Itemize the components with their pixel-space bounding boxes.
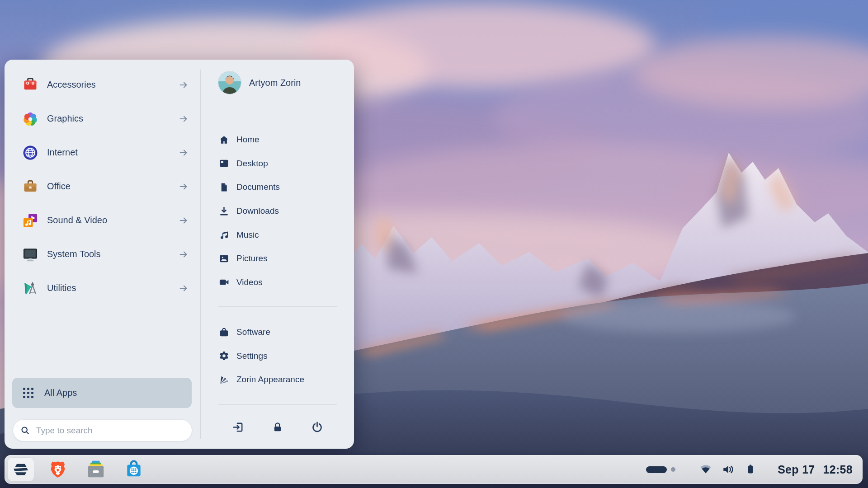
arrow-right-icon bbox=[179, 80, 189, 90]
arrow-right-icon bbox=[179, 249, 189, 259]
menu-item-utilities[interactable]: Utilities bbox=[5, 271, 200, 305]
menu-item-label: System Tools bbox=[47, 249, 179, 259]
place-item-downloads[interactable]: Downloads bbox=[218, 199, 345, 223]
avatar bbox=[218, 71, 241, 94]
appearance-rays-icon bbox=[218, 374, 229, 385]
menu-item-office[interactable]: Office bbox=[5, 169, 200, 203]
brave-lion-icon bbox=[48, 460, 68, 479]
search-input[interactable] bbox=[35, 425, 184, 436]
file-cabinet-icon bbox=[85, 459, 106, 480]
app-menu-panel: Accessories Graphics bbox=[5, 60, 354, 449]
monitor-icon bbox=[22, 246, 39, 263]
clock[interactable]: Sep 17 12:58 bbox=[778, 463, 853, 476]
category-list: Accessories Graphics bbox=[5, 68, 200, 305]
all-apps-label: All Apps bbox=[44, 388, 77, 398]
shortcut-label: Software bbox=[236, 327, 270, 337]
power-button[interactable] bbox=[307, 417, 327, 437]
place-item-desktop[interactable]: Desktop bbox=[218, 152, 345, 176]
menu-item-accessories[interactable]: Accessories bbox=[5, 68, 200, 102]
menu-item-label: Graphics bbox=[47, 113, 179, 124]
media-note-icon bbox=[22, 212, 39, 229]
menu-item-label: Accessories bbox=[47, 80, 179, 90]
compass-icon bbox=[22, 280, 39, 297]
home-icon bbox=[218, 134, 229, 145]
software-bag-icon bbox=[218, 327, 229, 338]
place-item-pictures[interactable]: Pictures bbox=[218, 247, 345, 271]
place-label: Documents bbox=[236, 182, 280, 192]
shortcut-settings[interactable]: Settings bbox=[218, 344, 345, 368]
place-item-videos[interactable]: Videos bbox=[218, 271, 345, 295]
pinwheel-icon bbox=[22, 110, 39, 127]
volume-icon[interactable] bbox=[722, 463, 735, 476]
system-tray: Sep 17 12:58 bbox=[646, 455, 853, 484]
zorin-logo-icon bbox=[13, 462, 28, 477]
lock-button[interactable] bbox=[267, 417, 288, 437]
user-name: Artyom Zorin bbox=[249, 78, 301, 88]
taskbar-brave-button[interactable] bbox=[44, 457, 71, 482]
document-icon bbox=[218, 182, 229, 192]
desktop: Accessories Graphics bbox=[0, 0, 868, 488]
place-label: Videos bbox=[236, 277, 263, 287]
place-label: Desktop bbox=[236, 159, 268, 169]
all-apps-button[interactable]: All Apps bbox=[12, 378, 192, 408]
shortcut-list: Software Settings Zorin Appearance bbox=[218, 320, 345, 392]
taskbar-files-button[interactable] bbox=[82, 457, 109, 482]
video-camera-icon bbox=[218, 277, 229, 288]
places-list: Home Desktop Documents Downloads bbox=[218, 128, 345, 294]
place-label: Pictures bbox=[236, 253, 268, 263]
place-item-music[interactable]: Music bbox=[218, 223, 345, 247]
place-label: Music bbox=[236, 230, 259, 240]
search-icon bbox=[20, 426, 30, 435]
clock-time: 12:58 bbox=[823, 463, 853, 476]
place-item-documents[interactable]: Documents bbox=[218, 175, 345, 199]
music-note-icon bbox=[218, 230, 229, 240]
place-item-home[interactable]: Home bbox=[218, 128, 345, 152]
globe-icon bbox=[22, 144, 39, 161]
wifi-icon[interactable] bbox=[699, 463, 712, 476]
taskbar: Sep 17 12:58 bbox=[5, 455, 863, 484]
menu-divider bbox=[218, 306, 337, 307]
arrow-right-icon bbox=[179, 114, 189, 124]
clock-date: Sep 17 bbox=[778, 463, 815, 476]
menu-item-label: Sound & Video bbox=[47, 215, 179, 225]
lock-icon bbox=[272, 421, 283, 433]
taskbar-software-store-button[interactable] bbox=[120, 457, 147, 482]
shortcut-software[interactable]: Software bbox=[218, 320, 345, 344]
picture-icon bbox=[218, 253, 229, 264]
logout-icon bbox=[232, 421, 244, 433]
menu-item-label: Internet bbox=[47, 147, 179, 158]
user-account-row[interactable]: Artyom Zorin bbox=[218, 71, 301, 94]
menu-divider bbox=[218, 115, 337, 115]
menu-divider bbox=[218, 404, 337, 405]
desktop-icon bbox=[218, 158, 229, 169]
menu-item-sound-video[interactable]: Sound & Video bbox=[5, 203, 200, 237]
session-buttons bbox=[218, 417, 337, 437]
menu-item-system-tools[interactable]: System Tools bbox=[5, 237, 200, 271]
place-label: Home bbox=[236, 135, 259, 145]
shortcut-label: Settings bbox=[236, 351, 268, 361]
menu-divider-vertical bbox=[200, 70, 201, 439]
menu-item-internet[interactable]: Internet bbox=[5, 136, 200, 169]
store-bag-icon bbox=[124, 460, 144, 479]
taskbar-zorin-menu-button[interactable] bbox=[7, 457, 34, 482]
toolbox-icon bbox=[22, 76, 39, 94]
menu-item-graphics[interactable]: Graphics bbox=[5, 102, 200, 136]
place-label: Downloads bbox=[236, 206, 279, 216]
arrow-right-icon bbox=[179, 182, 189, 192]
arrow-right-icon bbox=[179, 148, 189, 158]
power-icon bbox=[311, 421, 323, 433]
briefcase-icon bbox=[22, 178, 39, 195]
menu-item-label: Office bbox=[47, 181, 179, 192]
menu-item-label: Utilities bbox=[47, 283, 179, 293]
shortcut-label: Zorin Appearance bbox=[236, 375, 304, 385]
arrow-right-icon bbox=[179, 216, 189, 225]
search-bar[interactable] bbox=[13, 419, 192, 441]
battery-icon[interactable] bbox=[744, 463, 757, 476]
grid-dots-icon bbox=[22, 387, 34, 399]
tray-dot bbox=[671, 467, 675, 472]
gear-icon bbox=[218, 351, 229, 361]
download-icon bbox=[218, 206, 229, 216]
status-pill-indicator[interactable] bbox=[646, 466, 667, 473]
shortcut-zorin-appearance[interactable]: Zorin Appearance bbox=[218, 368, 345, 392]
logout-button[interactable] bbox=[228, 417, 249, 437]
